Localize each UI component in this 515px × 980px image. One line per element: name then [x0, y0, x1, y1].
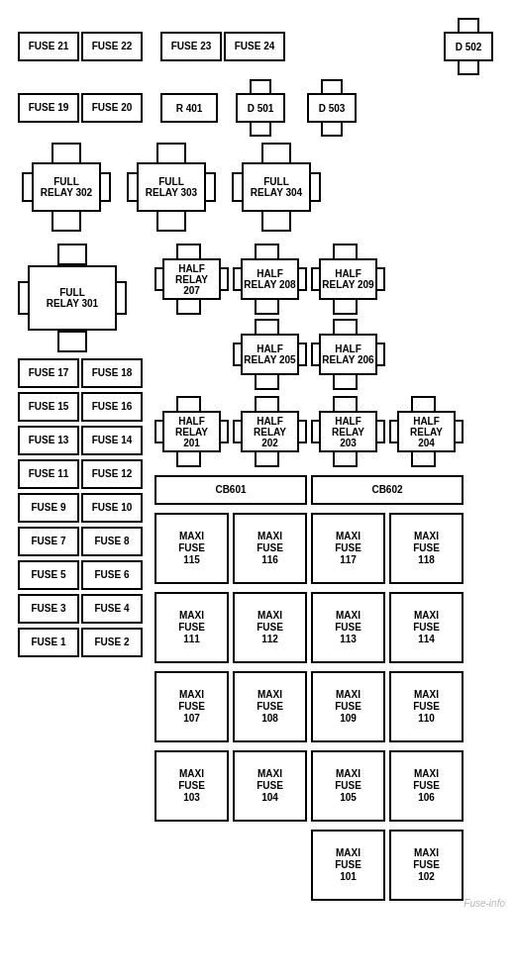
- half-relay-203: HALFRELAY203: [311, 396, 385, 467]
- fuse-23: FUSE 23: [160, 32, 222, 61]
- half-relay-204: HALFRELAY204: [389, 396, 464, 467]
- maxi-fuse-row-2: MAXIFUSE111 MAXIFUSE112 MAXIFUSE113 MAXI…: [154, 592, 497, 663]
- maxi-fuse-103: MAXIFUSE103: [154, 750, 229, 822]
- maxi-fuse-104: MAXIFUSE104: [233, 750, 307, 822]
- fuse-1: FUSE 1: [18, 628, 79, 657]
- full-relay-304: FULLRELAY 304: [232, 143, 321, 232]
- watermark: Fuse-info: [464, 898, 505, 909]
- d501: D 501: [232, 79, 289, 137]
- fuse-6: FUSE 6: [81, 560, 143, 590]
- full-relay-302: FULLRELAY 302: [22, 143, 111, 232]
- d502: D 502: [440, 18, 497, 75]
- fuse-pair-1-2: FUSE 1 FUSE 2: [18, 628, 149, 657]
- full-relay-301: FULLRELAY 301: [18, 244, 127, 352]
- maxi-fuse-110: MAXIFUSE110: [389, 671, 464, 742]
- maxi-fuse-109: MAXIFUSE109: [311, 671, 385, 742]
- fuse-13: FUSE 13: [18, 426, 79, 455]
- fuse-7: FUSE 7: [18, 527, 79, 556]
- fuse-2: FUSE 2: [81, 628, 143, 657]
- maxi-fuse-113: MAXIFUSE113: [311, 592, 385, 663]
- cb601: CB601: [154, 475, 307, 505]
- half-relay-201: HALFRELAY201: [154, 396, 229, 467]
- maxi-fuse-102: MAXIFUSE102: [389, 830, 464, 901]
- fuse-10: FUSE 10: [81, 493, 143, 523]
- cb602: CB602: [311, 475, 464, 505]
- fuse-8: FUSE 8: [81, 527, 143, 556]
- fuse-9: FUSE 9: [18, 493, 79, 523]
- maxi-fuse-117: MAXIFUSE117: [311, 513, 385, 584]
- fuse-pair-13-14: FUSE 13 FUSE 14: [18, 426, 149, 455]
- fuse-21: FUSE 21: [18, 32, 79, 61]
- fuse-20: FUSE 20: [81, 93, 143, 123]
- fuse-pair-3-4: FUSE 3 FUSE 4: [18, 594, 149, 624]
- half-relay-209: HALFRELAY 209: [311, 244, 385, 315]
- fuse-18: FUSE 18: [81, 358, 143, 388]
- maxi-fuse-row-1: MAXIFUSE115 MAXIFUSE116 MAXIFUSE117 MAXI…: [154, 513, 497, 584]
- half-relay-202: HALFRELAY202: [233, 396, 307, 467]
- maxi-fuse-115: MAXIFUSE115: [154, 513, 229, 584]
- fuse-3: FUSE 3: [18, 594, 79, 624]
- fuse-pair-9-10: FUSE 9 FUSE 10: [18, 493, 149, 523]
- full-relay-303: FULLRELAY 303: [127, 143, 216, 232]
- half-relay-207: HALFRELAY207: [154, 244, 229, 315]
- maxi-fuse-114: MAXIFUSE114: [389, 592, 464, 663]
- fuse-17: FUSE 17: [18, 358, 79, 388]
- fuse-pair-7-8: FUSE 7 FUSE 8: [18, 527, 149, 556]
- fuse-pair-5-6: FUSE 5 FUSE 6: [18, 560, 149, 590]
- maxi-fuse-111: MAXIFUSE111: [154, 592, 229, 663]
- fuse-pair-11-12: FUSE 11 FUSE 12: [18, 459, 149, 489]
- fuse-15: FUSE 15: [18, 392, 79, 422]
- maxi-fuse-107: MAXIFUSE107: [154, 671, 229, 742]
- half-relay-208: HALFRELAY 208: [233, 244, 307, 315]
- maxi-fuse-row-5: MAXIFUSE101 MAXIFUSE102: [154, 830, 497, 901]
- fuse-11: FUSE 11: [18, 459, 79, 489]
- maxi-fuse-105: MAXIFUSE105: [311, 750, 385, 822]
- half-relay-206: HALFRELAY 206: [311, 319, 385, 390]
- maxi-fuse-118: MAXIFUSE118: [389, 513, 464, 584]
- maxi-fuse-112: MAXIFUSE112: [233, 592, 307, 663]
- fuse-12: FUSE 12: [81, 459, 143, 489]
- fuse-5: FUSE 5: [18, 560, 79, 590]
- maxi-fuse-116: MAXIFUSE116: [233, 513, 307, 584]
- maxi-fuse-101: MAXIFUSE101: [311, 830, 385, 901]
- maxi-fuse-row-4: MAXIFUSE103 MAXIFUSE104 MAXIFUSE105 MAXI…: [154, 750, 497, 822]
- fuse-19: FUSE 19: [18, 93, 79, 123]
- maxi-fuse-row-3: MAXIFUSE107 MAXIFUSE108 MAXIFUSE109 MAXI…: [154, 671, 497, 742]
- fuse-16: FUSE 16: [81, 392, 143, 422]
- fuse-22: FUSE 22: [81, 32, 143, 61]
- fuse-24: FUSE 24: [224, 32, 285, 61]
- d503: D 503: [303, 79, 360, 137]
- fuse-pair-17-18: FUSE 17 FUSE 18: [18, 358, 149, 388]
- half-relay-205: HALFRELAY 205: [233, 319, 307, 390]
- maxi-fuse-108: MAXIFUSE108: [233, 671, 307, 742]
- fuse-4: FUSE 4: [81, 594, 143, 624]
- r401: R 401: [160, 93, 218, 123]
- maxi-fuse-106: MAXIFUSE106: [389, 750, 464, 822]
- fuse-14: FUSE 14: [81, 426, 143, 455]
- fuse-pair-15-16: FUSE 15 FUSE 16: [18, 392, 149, 422]
